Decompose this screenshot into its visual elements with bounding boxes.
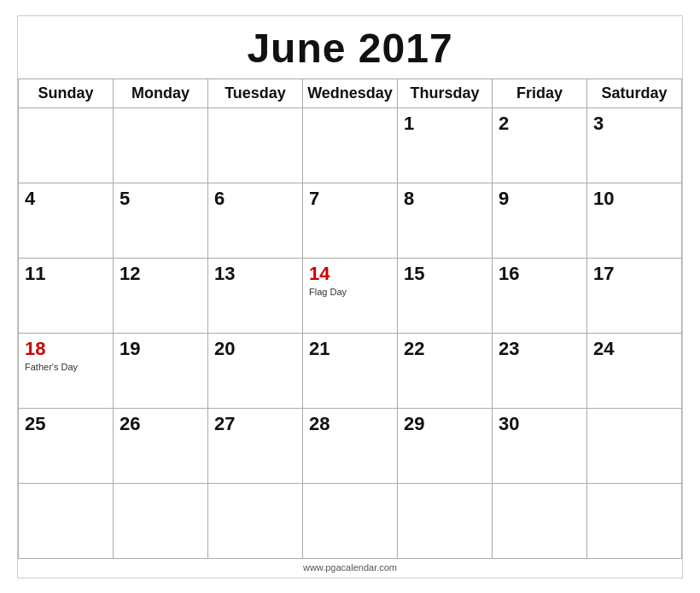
day-number: 9 bbox=[499, 188, 580, 210]
weekday-header-tuesday: Tuesday bbox=[208, 78, 303, 108]
week-row-3: 11121314Flag Day151617 bbox=[19, 258, 682, 333]
day-number: 10 bbox=[593, 188, 675, 210]
day-number: 3 bbox=[593, 113, 675, 135]
day-number: 30 bbox=[499, 413, 580, 435]
day-number: 29 bbox=[404, 413, 486, 435]
day-number: 20 bbox=[214, 338, 296, 360]
day-number: 13 bbox=[214, 263, 296, 285]
calendar-cell: 2 bbox=[493, 108, 587, 183]
calendar-cell: 8 bbox=[398, 183, 493, 258]
week-row-2: 45678910 bbox=[19, 183, 682, 258]
weekday-header-thursday: Thursday bbox=[398, 78, 493, 108]
calendar-cell: 12 bbox=[114, 258, 208, 333]
calendar-cell bbox=[303, 108, 398, 183]
calendar-cell: 24 bbox=[587, 333, 682, 408]
calendar-cell: 14Flag Day bbox=[303, 258, 398, 333]
footer-url: www.pgacalendar.com bbox=[18, 559, 682, 574]
calendar-cell bbox=[208, 483, 303, 558]
calendar-cell: 9 bbox=[493, 183, 587, 258]
calendar-cell bbox=[587, 483, 682, 558]
calendar-cell: 3 bbox=[587, 108, 682, 183]
calendar-cell bbox=[398, 483, 493, 558]
calendar-cell: 28 bbox=[303, 408, 398, 483]
day-number: 15 bbox=[404, 263, 486, 285]
day-number: 16 bbox=[499, 263, 580, 285]
day-number: 22 bbox=[404, 338, 486, 360]
calendar-cell bbox=[587, 408, 682, 483]
calendar-cell: 29 bbox=[398, 408, 493, 483]
weekday-header-saturday: Saturday bbox=[587, 78, 682, 108]
day-number: 26 bbox=[120, 413, 201, 435]
calendar-cell: 5 bbox=[114, 183, 208, 258]
day-number: 12 bbox=[120, 263, 201, 285]
week-row-6 bbox=[19, 483, 682, 558]
calendar-cell: 26 bbox=[114, 408, 208, 483]
weekday-header-row: SundayMondayTuesdayWednesdayThursdayFrid… bbox=[19, 78, 682, 108]
calendar-cell: 23 bbox=[493, 333, 587, 408]
calendar-cell: 10 bbox=[587, 183, 682, 258]
calendar-cell: 13 bbox=[208, 258, 303, 333]
day-number: 1 bbox=[404, 113, 486, 135]
calendar-cell bbox=[19, 108, 114, 183]
calendar-cell bbox=[493, 483, 587, 558]
calendar-cell: 7 bbox=[303, 183, 398, 258]
calendar-cell: 20 bbox=[208, 333, 303, 408]
weekday-header-friday: Friday bbox=[493, 78, 587, 108]
calendar-cell bbox=[19, 483, 114, 558]
calendar-cell: 27 bbox=[208, 408, 303, 483]
day-number: 27 bbox=[214, 413, 296, 435]
week-row-5: 252627282930 bbox=[19, 408, 682, 483]
day-number: 7 bbox=[309, 188, 391, 210]
event-label: Flag Day bbox=[309, 287, 391, 297]
calendar-cell: 21 bbox=[303, 333, 398, 408]
week-row-1: 123 bbox=[19, 108, 682, 183]
calendar-cell: 4 bbox=[19, 183, 114, 258]
calendar-cell bbox=[208, 108, 303, 183]
calendar-cell: 15 bbox=[398, 258, 493, 333]
calendar-title: June 2017 bbox=[18, 16, 682, 78]
day-number: 21 bbox=[309, 338, 391, 360]
day-number: 28 bbox=[309, 413, 391, 435]
calendar-cell bbox=[303, 483, 398, 558]
weekday-header-sunday: Sunday bbox=[19, 78, 114, 108]
calendar-container: June 2017 SundayMondayTuesdayWednesdayTh… bbox=[17, 15, 683, 578]
calendar-cell bbox=[114, 108, 208, 183]
calendar-cell: 6 bbox=[208, 183, 303, 258]
week-row-4: 18Father's Day192021222324 bbox=[19, 333, 682, 408]
calendar-cell bbox=[114, 483, 208, 558]
calendar-cell: 18Father's Day bbox=[19, 333, 114, 408]
calendar-cell: 17 bbox=[587, 258, 682, 333]
day-number: 11 bbox=[25, 263, 107, 285]
event-label: Father's Day bbox=[25, 362, 107, 372]
day-number: 4 bbox=[25, 188, 107, 210]
calendar-cell: 11 bbox=[19, 258, 114, 333]
day-number: 18 bbox=[25, 338, 107, 360]
calendar-table: SundayMondayTuesdayWednesdayThursdayFrid… bbox=[18, 78, 682, 559]
day-number: 6 bbox=[214, 188, 296, 210]
day-number: 17 bbox=[593, 263, 675, 285]
day-number: 5 bbox=[120, 188, 201, 210]
calendar-cell: 16 bbox=[493, 258, 587, 333]
day-number: 14 bbox=[309, 263, 391, 285]
weekday-header-wednesday: Wednesday bbox=[303, 78, 398, 108]
weekday-header-monday: Monday bbox=[114, 78, 208, 108]
calendar-cell: 1 bbox=[398, 108, 493, 183]
day-number: 24 bbox=[593, 338, 675, 360]
calendar-cell: 22 bbox=[398, 333, 493, 408]
calendar-cell: 19 bbox=[114, 333, 208, 408]
day-number: 2 bbox=[499, 113, 580, 135]
day-number: 19 bbox=[120, 338, 201, 360]
day-number: 25 bbox=[25, 413, 107, 435]
day-number: 8 bbox=[404, 188, 486, 210]
day-number: 23 bbox=[499, 338, 580, 360]
calendar-cell: 30 bbox=[493, 408, 587, 483]
calendar-cell: 25 bbox=[19, 408, 114, 483]
